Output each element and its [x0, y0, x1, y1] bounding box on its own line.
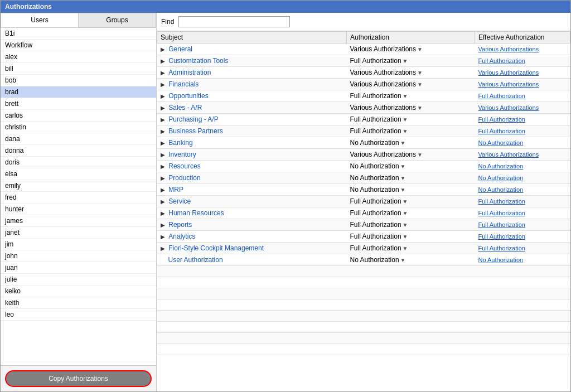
- user-item[interactable]: brad: [1, 86, 156, 98]
- effective-authorization-link[interactable]: No Authorization: [478, 139, 524, 146]
- expand-arrow-icon[interactable]: ▶: [161, 93, 167, 99]
- subject-link[interactable]: General: [168, 45, 192, 53]
- effective-authorization-link[interactable]: Full Authorization: [478, 233, 525, 240]
- subject-link[interactable]: Resources: [168, 162, 200, 170]
- expand-arrow-icon[interactable]: ▶: [161, 187, 167, 193]
- effective-authorization-link[interactable]: No Authorization: [478, 186, 524, 193]
- expand-arrow-icon[interactable]: ▶: [161, 222, 167, 228]
- subject-link[interactable]: Inventory: [168, 151, 196, 158]
- user-item[interactable]: brett: [1, 98, 156, 110]
- user-item[interactable]: janet: [1, 227, 156, 239]
- tab-groups[interactable]: Groups: [78, 13, 156, 27]
- effective-authorization-link[interactable]: No Authorization: [478, 175, 524, 181]
- effective-authorization-link[interactable]: Full Authorization: [478, 57, 525, 64]
- user-item[interactable]: keiko: [1, 285, 156, 297]
- expand-arrow-icon[interactable]: ▶: [161, 245, 167, 251]
- user-item[interactable]: doris: [1, 157, 156, 168]
- dropdown-arrow-icon[interactable]: ▼: [400, 257, 406, 263]
- effective-authorization-link[interactable]: Full Authorization: [478, 245, 525, 251]
- expand-arrow-icon[interactable]: ▶: [161, 105, 167, 111]
- dropdown-arrow-icon[interactable]: ▼: [403, 58, 408, 64]
- dropdown-arrow-icon[interactable]: ▼: [400, 175, 406, 181]
- dropdown-arrow-icon[interactable]: ▼: [417, 81, 423, 88]
- dropdown-arrow-icon[interactable]: ▼: [403, 117, 408, 123]
- effective-authorization-link[interactable]: Various Authorizations: [478, 151, 539, 158]
- subject-link[interactable]: Analytics: [168, 233, 195, 240]
- dropdown-arrow-icon[interactable]: ▼: [417, 152, 423, 158]
- expand-arrow-icon[interactable]: ▶: [161, 70, 167, 76]
- expand-arrow-icon[interactable]: ▶: [161, 58, 167, 64]
- user-item[interactable]: dana: [1, 133, 156, 145]
- expand-arrow-icon[interactable]: ▶: [161, 163, 167, 170]
- user-item[interactable]: B1i: [1, 28, 156, 40]
- find-input[interactable]: [178, 16, 290, 27]
- copy-authorizations-button[interactable]: Copy Authorizations: [5, 370, 152, 387]
- user-item[interactable]: bob: [1, 75, 156, 86]
- tab-users[interactable]: Users: [1, 13, 78, 27]
- effective-authorization-link[interactable]: Full Authorization: [478, 128, 525, 134]
- user-item[interactable]: fred: [1, 192, 156, 204]
- user-item[interactable]: jim: [1, 239, 156, 250]
- subject-link[interactable]: User Authorization: [168, 256, 223, 264]
- effective-authorization-link[interactable]: Various Authorizations: [478, 46, 539, 52]
- effective-authorization-link[interactable]: Various Authorizations: [478, 81, 539, 88]
- dropdown-arrow-icon[interactable]: ▼: [403, 234, 408, 240]
- dropdown-arrow-icon[interactable]: ▼: [403, 210, 408, 216]
- user-item[interactable]: donna: [1, 145, 156, 157]
- expand-arrow-icon[interactable]: ▶: [161, 234, 167, 240]
- user-item[interactable]: keith: [1, 297, 156, 309]
- effective-authorization-link[interactable]: No Authorization: [478, 163, 524, 170]
- dropdown-arrow-icon[interactable]: ▼: [417, 46, 423, 52]
- expand-arrow-icon[interactable]: ▶: [161, 117, 167, 123]
- expand-arrow-icon[interactable]: ▶: [161, 199, 167, 205]
- expand-arrow-icon[interactable]: ▶: [161, 46, 167, 52]
- effective-authorization-link[interactable]: Various Authorizations: [478, 104, 539, 111]
- expand-arrow-icon[interactable]: ▶: [161, 210, 167, 216]
- dropdown-arrow-icon[interactable]: ▼: [400, 187, 406, 193]
- dropdown-arrow-icon[interactable]: ▼: [403, 222, 408, 228]
- subject-link[interactable]: Fiori-Style Cockpit Management: [168, 244, 264, 252]
- subject-link[interactable]: Banking: [168, 139, 192, 147]
- user-item[interactable]: john: [1, 250, 156, 262]
- user-item[interactable]: elsa: [1, 168, 156, 180]
- subject-link[interactable]: Service: [168, 197, 191, 205]
- user-item[interactable]: alex: [1, 51, 156, 63]
- effective-authorization-link[interactable]: Full Authorization: [478, 198, 525, 205]
- dropdown-arrow-icon[interactable]: ▼: [417, 105, 423, 111]
- user-item[interactable]: carlos: [1, 110, 156, 122]
- expand-arrow-icon[interactable]: ▶: [161, 152, 167, 158]
- subject-link[interactable]: Customization Tools: [168, 57, 228, 65]
- subject-link[interactable]: Opportunities: [168, 92, 208, 100]
- subject-link[interactable]: Business Partners: [168, 127, 222, 135]
- effective-authorization-link[interactable]: Full Authorization: [478, 210, 525, 216]
- dropdown-arrow-icon[interactable]: ▼: [417, 70, 423, 76]
- effective-authorization-link[interactable]: Various Authorizations: [478, 69, 539, 76]
- subject-link[interactable]: Reports: [168, 221, 192, 229]
- dropdown-arrow-icon[interactable]: ▼: [403, 199, 408, 205]
- subject-link[interactable]: Administration: [168, 69, 211, 76]
- expand-arrow-icon[interactable]: ▶: [161, 140, 167, 146]
- subject-link[interactable]: Financials: [168, 80, 199, 88]
- user-item[interactable]: hunter: [1, 204, 156, 215]
- expand-arrow-icon[interactable]: ▶: [161, 81, 167, 88]
- effective-authorization-link[interactable]: Full Authorization: [478, 221, 525, 228]
- user-item[interactable]: Workflow: [1, 40, 156, 51]
- subject-link[interactable]: Production: [168, 174, 200, 182]
- dropdown-arrow-icon[interactable]: ▼: [403, 245, 408, 251]
- effective-authorization-link[interactable]: Full Authorization: [478, 116, 525, 123]
- user-item[interactable]: leo: [1, 309, 156, 321]
- effective-authorization-link[interactable]: No Authorization: [478, 257, 524, 263]
- user-item[interactable]: juan: [1, 262, 156, 274]
- expand-arrow-icon[interactable]: ▶: [161, 175, 167, 181]
- user-item[interactable]: bill: [1, 63, 156, 75]
- subject-link[interactable]: Human Resources: [168, 209, 224, 217]
- user-item[interactable]: christin: [1, 122, 156, 133]
- user-item[interactable]: julie: [1, 274, 156, 285]
- user-item[interactable]: emily: [1, 180, 156, 192]
- dropdown-arrow-icon[interactable]: ▼: [400, 163, 406, 170]
- dropdown-arrow-icon[interactable]: ▼: [403, 93, 408, 99]
- expand-arrow-icon[interactable]: ▶: [161, 128, 167, 134]
- dropdown-arrow-icon[interactable]: ▼: [400, 140, 406, 146]
- dropdown-arrow-icon[interactable]: ▼: [403, 128, 408, 134]
- subject-link[interactable]: Purchasing - A/P: [168, 115, 218, 123]
